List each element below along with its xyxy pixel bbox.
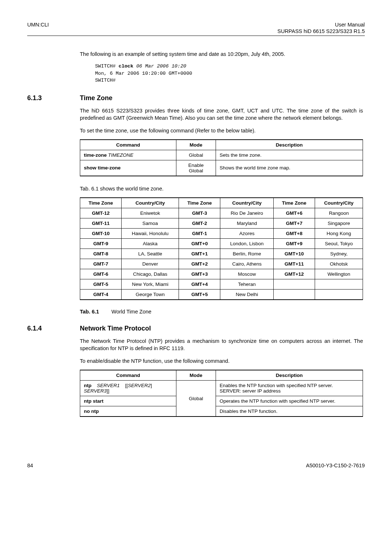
cell: GMT+7 xyxy=(273,218,315,229)
section-heading: 6.1.4 Network Time Protocol xyxy=(27,325,365,332)
cell: Cairo, Athens xyxy=(220,259,274,269)
table-row: GMT-8LA, SeattleGMT+1Berlin, RomeGMT+10S… xyxy=(80,249,363,259)
cell: Teheran xyxy=(220,279,274,290)
section-heading: 6.1.3 Time Zone xyxy=(27,94,365,102)
table-row: GMT-12EniwetokGMT-3Rio De JaneiroGMT+6Ra… xyxy=(80,208,363,218)
section-number: 6.1.3 xyxy=(27,94,80,102)
cell-text: Enable xyxy=(188,163,204,168)
col-head: Time Zone xyxy=(273,198,315,208)
cell: Sydney, xyxy=(315,249,363,259)
table-row: Time Zone Country/City Time Zone Country… xyxy=(80,198,363,208)
section-number: 6.1.4 xyxy=(27,325,80,332)
cell-text: Global xyxy=(189,168,203,173)
table-caption: Tab. 6.1 World Time Zone xyxy=(80,309,363,315)
cell: Rio De Janeiro xyxy=(220,208,274,218)
page-footer: 84 A50010-Y3-C150-2-7619 xyxy=(27,460,365,468)
cell: Eniwetok xyxy=(122,208,179,218)
cell: GMT-6 xyxy=(80,269,122,279)
paragraph: The Network Time Protocol (NTP) provides… xyxy=(80,337,363,352)
cell-command: show time-zone xyxy=(80,160,176,176)
table-row: GMT-4George TownGMT+5New Delhi xyxy=(80,290,363,300)
cell: Berlin, Rome xyxy=(220,249,274,259)
cmd-text: ntp start xyxy=(84,398,103,404)
paragraph: To enable/disable the NTP function, use … xyxy=(80,357,363,365)
header-subtitle: SURPASS hiD 6615 S223/S323 R1.5 xyxy=(27,28,365,34)
col-mode: Mode xyxy=(176,140,216,150)
col-description: Description xyxy=(216,140,363,150)
cell-desc: Enables the NTP function with specified … xyxy=(216,381,363,396)
cell: Alaska xyxy=(122,239,179,249)
cell-command: ntp start xyxy=(80,396,176,406)
paragraph: Tab. 6.1 shows the world time zone. xyxy=(80,185,363,192)
cell: GMT+9 xyxy=(273,239,315,249)
cell-command: time-zone TIMEZONE xyxy=(80,150,176,160)
cell-desc: Operates the NTP function with specified… xyxy=(216,396,363,406)
cell: LA, Seattle xyxy=(122,249,179,259)
cell: New Delhi xyxy=(220,290,274,300)
cell: Maryland xyxy=(220,218,274,229)
cell: Wellington xyxy=(315,269,363,279)
cmd-text: SERVER2 xyxy=(128,383,151,388)
cell-command: ntp SERVER1 [[SERVER2] SERVER3]] xyxy=(80,381,176,396)
col-head: Time Zone xyxy=(179,198,220,208)
paragraph: The hiD 6615 S223/S323 provides three ki… xyxy=(80,107,363,122)
table-row: GMT-10Hawaii, HonoluluGMT-1AzoresGMT+8Ho… xyxy=(80,229,363,239)
cmd-text: no ntp xyxy=(84,409,99,414)
section-title: Time Zone xyxy=(80,94,113,102)
col-command: Command xyxy=(80,140,176,150)
cmd-text: ]] xyxy=(107,388,110,394)
col-description: Description xyxy=(216,370,363,381)
table-row: show time-zone Enable Global Shows the w… xyxy=(80,160,363,176)
page-header: UMN:CLI User Manual xyxy=(27,22,365,28)
table-row: GMT-11SamoaGMT-2MarylandGMT+7Singapore xyxy=(80,218,363,229)
cell: Hawaii, Honolulu xyxy=(122,229,179,239)
code-text: 06 Mar 2006 10:20 xyxy=(136,63,186,69)
cmd-text: SERVER1 xyxy=(97,383,120,388)
cell: London, Lisbon xyxy=(220,239,274,249)
col-mode: Mode xyxy=(176,370,216,381)
cmd-text: show time-zone xyxy=(84,165,121,171)
code-block: SWITCH# clock 06 Mar 2006 10:20 Mon, 6 M… xyxy=(95,63,363,84)
doc-id: A50010-Y3-C150-2-7619 xyxy=(306,463,365,468)
cell: GMT+8 xyxy=(273,229,315,239)
table-row: GMT-9AlaskaGMT+0London, LisbonGMT+9Seoul… xyxy=(80,239,363,249)
cell: Rangoon xyxy=(315,208,363,218)
cell: Seoul, Tokyo xyxy=(315,239,363,249)
header-right: User Manual xyxy=(335,22,365,28)
col-head: Country/City xyxy=(220,198,274,208)
cell-mode: Global xyxy=(176,150,216,160)
cell: GMT-7 xyxy=(80,259,122,269)
header-rule xyxy=(27,36,365,36)
cell: GMT+0 xyxy=(179,239,220,249)
cell-command: no ntp xyxy=(80,406,176,417)
table-row: time-zone TIMEZONE Global Sets the time … xyxy=(80,150,363,160)
cell: GMT+4 xyxy=(179,279,220,290)
cell: GMT+1 xyxy=(179,249,220,259)
cell: Okhotsk xyxy=(315,259,363,269)
header-left: UMN:CLI xyxy=(27,22,49,28)
cell: Singapore xyxy=(315,218,363,229)
code-text: Mon, 6 Mar 2006 10:20:00 GMT+0000 xyxy=(95,71,192,76)
cell: GMT-8 xyxy=(80,249,122,259)
code-text: SWITCH# xyxy=(95,78,116,83)
caption-text: World Time Zone xyxy=(111,309,151,315)
cell: GMT+11 xyxy=(273,259,315,269)
cell-mode: Enable Global xyxy=(176,160,216,176)
table-row: ntp SERVER1 [[SERVER2] SERVER3]] Global … xyxy=(80,381,363,396)
caption-label: Tab. 6.1 xyxy=(80,309,99,315)
table-row: no ntp Disables the NTP function. xyxy=(80,406,363,417)
cell: Moscow xyxy=(220,269,274,279)
col-head: Time Zone xyxy=(80,198,122,208)
cell: GMT+12 xyxy=(273,269,315,279)
paragraph: To set the time zone, use the following … xyxy=(80,127,363,134)
col-head: Country/City xyxy=(315,198,363,208)
cell: Chicago, Dallas xyxy=(122,269,179,279)
code-text: SWITCH# xyxy=(95,63,119,69)
cell: GMT-3 xyxy=(179,208,220,218)
cell: GMT-10 xyxy=(80,229,122,239)
cmd-text: time-zone xyxy=(84,152,108,158)
cmd-text: TIMEZONE xyxy=(108,152,134,158)
cmd-text: SERVER3 xyxy=(84,388,107,394)
cell: GMT-5 xyxy=(80,279,122,290)
table-row: GMT-6Chicago, DallasGMT+3MoscowGMT+12Wel… xyxy=(80,269,363,279)
